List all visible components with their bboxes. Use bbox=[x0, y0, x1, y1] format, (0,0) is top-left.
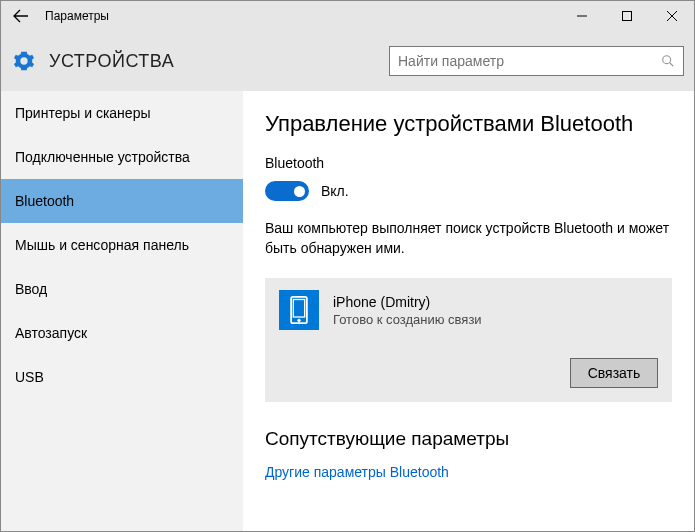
search-input-container[interactable] bbox=[389, 46, 684, 76]
sidebar-item-typing[interactable]: Ввод bbox=[1, 267, 243, 311]
device-status: Готово к созданию связи bbox=[333, 312, 482, 327]
device-name: iPhone (Dmitry) bbox=[333, 294, 482, 310]
other-bluetooth-settings-link[interactable]: Другие параметры Bluetooth bbox=[265, 464, 672, 480]
toggle-knob bbox=[294, 186, 305, 197]
gear-icon bbox=[13, 50, 35, 72]
close-button[interactable] bbox=[649, 1, 694, 31]
back-button[interactable] bbox=[1, 1, 41, 31]
device-card[interactable]: iPhone (Dmitry) Готово к созданию связи … bbox=[265, 278, 672, 402]
sidebar-item-connected-devices[interactable]: Подключенные устройства bbox=[1, 135, 243, 179]
sidebar-item-mouse[interactable]: Мышь и сенсорная панель bbox=[1, 223, 243, 267]
phone-icon bbox=[279, 290, 319, 330]
arrow-left-icon bbox=[13, 8, 29, 24]
sidebar-item-label: Ввод bbox=[15, 281, 47, 297]
sidebar-item-autoplay[interactable]: Автозапуск bbox=[1, 311, 243, 355]
minimize-button[interactable] bbox=[559, 1, 604, 31]
pair-button[interactable]: Связать bbox=[570, 358, 658, 388]
search-icon bbox=[661, 54, 675, 68]
svg-point-4 bbox=[298, 319, 301, 322]
page-title: Управление устройствами Bluetooth bbox=[265, 111, 672, 137]
bluetooth-label: Bluetooth bbox=[265, 155, 672, 171]
window-title: Параметры bbox=[41, 9, 559, 23]
toggle-state-label: Вкл. bbox=[321, 183, 349, 199]
svg-rect-0 bbox=[622, 12, 631, 21]
search-input[interactable] bbox=[398, 53, 661, 69]
svg-rect-3 bbox=[293, 300, 304, 318]
minimize-icon bbox=[577, 11, 587, 21]
maximize-button[interactable] bbox=[604, 1, 649, 31]
sidebar-item-label: Подключенные устройства bbox=[15, 149, 190, 165]
sidebar-item-label: USB bbox=[15, 369, 44, 385]
sidebar-item-usb[interactable]: USB bbox=[1, 355, 243, 399]
related-heading: Сопутствующие параметры bbox=[265, 428, 672, 450]
maximize-icon bbox=[622, 11, 632, 21]
svg-point-1 bbox=[663, 56, 671, 64]
sidebar-item-label: Принтеры и сканеры bbox=[15, 105, 150, 121]
header-title: УСТРОЙСТВА bbox=[49, 51, 389, 72]
bluetooth-toggle[interactable] bbox=[265, 181, 309, 201]
bluetooth-description: Ваш компьютер выполняет поиск устройств … bbox=[265, 219, 672, 258]
close-icon bbox=[667, 11, 677, 21]
sidebar-item-label: Мышь и сенсорная панель bbox=[15, 237, 189, 253]
sidebar: Принтеры и сканеры Подключенные устройст… bbox=[1, 91, 243, 532]
sidebar-item-bluetooth[interactable]: Bluetooth bbox=[1, 179, 243, 223]
sidebar-item-printers[interactable]: Принтеры и сканеры bbox=[1, 91, 243, 135]
sidebar-item-label: Автозапуск bbox=[15, 325, 87, 341]
sidebar-item-label: Bluetooth bbox=[15, 193, 74, 209]
